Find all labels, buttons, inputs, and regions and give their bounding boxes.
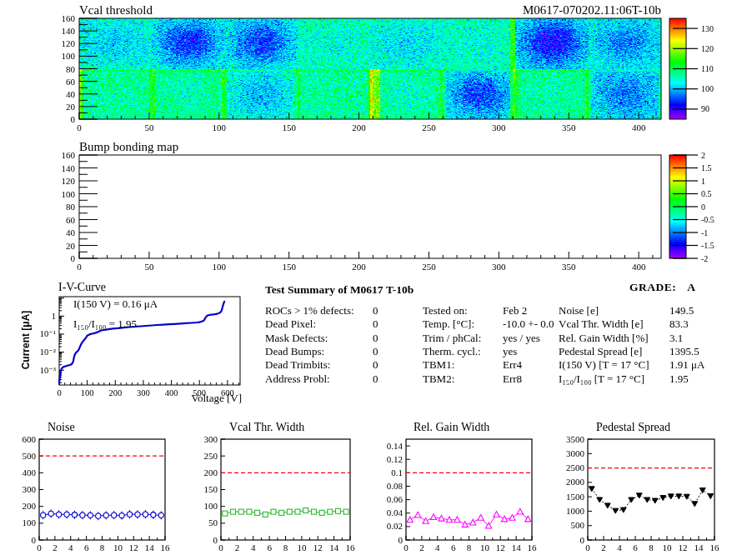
- vcal-map-title: Vcal threshold: [79, 3, 153, 18]
- svg-text:-1: -1: [701, 228, 708, 238]
- svg-text:50: 50: [144, 122, 154, 132]
- svg-text:16: 16: [346, 542, 356, 552]
- defect-value: 0: [373, 372, 379, 386]
- bump-map-title: Bump bonding map: [79, 140, 178, 154]
- result-label: I₁₅₀/I₁₀₀ [T = 17 °C]: [559, 372, 644, 386]
- svg-text:8: 8: [283, 542, 288, 552]
- svg-text:10: 10: [113, 542, 123, 552]
- svg-text:-1.5: -1.5: [701, 241, 714, 250]
- condition-label: TBM1:: [423, 358, 454, 372]
- svg-text:100: 100: [23, 518, 37, 528]
- svg-text:0: 0: [399, 535, 404, 545]
- svg-text:1: 1: [701, 177, 705, 186]
- result-value: 1.95: [669, 372, 689, 386]
- svg-text:10: 10: [480, 542, 490, 552]
- svg-text:100: 100: [213, 122, 227, 132]
- svg-text:4: 4: [251, 542, 256, 552]
- svg-text:150: 150: [282, 262, 296, 272]
- svg-text:0: 0: [701, 202, 705, 212]
- svg-text:150: 150: [282, 122, 296, 132]
- svg-text:150: 150: [204, 484, 218, 494]
- svg-text:0: 0: [32, 535, 37, 545]
- svg-text:250: 250: [422, 122, 436, 132]
- svg-text:50: 50: [144, 262, 154, 272]
- svg-text:600: 600: [23, 434, 37, 444]
- iv-annotation-ratio: I₁₅₀/I₁₀₀ = 1.95: [73, 318, 137, 331]
- svg-text:250: 250: [422, 262, 436, 272]
- svg-text:4: 4: [435, 542, 440, 552]
- svg-text:8: 8: [649, 542, 654, 552]
- module-id-title: M0617-070202.11:06T-10b: [523, 3, 661, 18]
- svg-text:60: 60: [66, 215, 76, 225]
- svg-text:3000: 3000: [566, 448, 585, 458]
- svg-text:2: 2: [601, 542, 606, 552]
- svg-text:0.14: 0.14: [387, 441, 404, 451]
- svg-text:200: 200: [352, 262, 366, 272]
- svg-text:80: 80: [66, 64, 76, 74]
- svg-text:300: 300: [492, 122, 506, 132]
- condition-label: Temp. [°C]:: [423, 318, 474, 331]
- result-value: 149.5: [669, 304, 694, 318]
- condition-label: Therm. cycl.:: [423, 345, 481, 358]
- iv-curve-title: I-V-Curve: [58, 281, 106, 294]
- svg-text:0: 0: [404, 542, 409, 552]
- svg-text:300: 300: [137, 388, 150, 398]
- svg-text:200: 200: [352, 122, 366, 132]
- svg-text:300: 300: [204, 434, 218, 444]
- svg-text:0: 0: [57, 388, 61, 398]
- svg-text:14: 14: [512, 542, 522, 552]
- svg-text:4: 4: [68, 542, 73, 552]
- svg-text:500: 500: [571, 520, 585, 530]
- svg-text:10: 10: [663, 542, 673, 552]
- svg-text:6: 6: [267, 542, 272, 552]
- svg-text:130: 130: [701, 24, 714, 33]
- svg-text:110: 110: [701, 64, 714, 73]
- result-label: Vcal Thr. Width [e]: [559, 318, 644, 331]
- summary-title: Test Summary of M0617: [265, 283, 384, 297]
- svg-text:10⁻³: 10⁻³: [40, 366, 56, 375]
- svg-text:120: 120: [62, 38, 76, 48]
- svg-text:12: 12: [496, 542, 505, 552]
- pedestal-plot-title: Pedestal Spread: [596, 421, 670, 434]
- svg-text:200: 200: [23, 501, 37, 511]
- svg-text:0.1: 0.1: [391, 468, 403, 478]
- defect-value: 0: [373, 318, 379, 331]
- svg-text:6: 6: [451, 542, 456, 552]
- defect-label: ROCs > 1% defects:: [265, 304, 354, 318]
- svg-text:400: 400: [23, 468, 37, 478]
- svg-text:50: 50: [208, 518, 218, 528]
- svg-text:1.5: 1.5: [701, 163, 712, 172]
- svg-text:90: 90: [701, 104, 709, 113]
- svg-text:0: 0: [585, 542, 590, 552]
- svg-text:60: 60: [66, 77, 76, 87]
- svg-text:8: 8: [467, 542, 472, 552]
- svg-text:10: 10: [297, 542, 307, 552]
- svg-text:12: 12: [129, 542, 138, 552]
- svg-text:200: 200: [204, 468, 218, 478]
- svg-text:400: 400: [632, 262, 646, 272]
- grade-label: GRADE:: [629, 281, 676, 293]
- svg-text:6: 6: [633, 542, 638, 552]
- svg-text:10⁻²: 10⁻²: [40, 348, 56, 357]
- svg-text:40: 40: [66, 89, 76, 99]
- iv-y-axis-label: Current [μA]: [20, 296, 32, 384]
- grade-badge: GRADE: A: [629, 281, 695, 294]
- svg-text:-2: -2: [701, 254, 708, 263]
- svg-text:80: 80: [66, 202, 76, 212]
- defect-label: Dead Bumps:: [265, 345, 324, 358]
- iv-x-axis-label: Voltage [V]: [191, 392, 242, 405]
- svg-text:140: 140: [62, 26, 76, 36]
- svg-text:1: 1: [52, 312, 56, 321]
- svg-text:0: 0: [218, 542, 223, 552]
- svg-text:160: 160: [62, 150, 76, 160]
- plots-overlay: 0204060801001201401600501001502002503003…: [0, 0, 747, 560]
- svg-text:0.12: 0.12: [387, 454, 403, 464]
- svg-text:2: 2: [701, 151, 705, 160]
- svg-text:200: 200: [108, 388, 122, 398]
- svg-text:8: 8: [100, 542, 105, 552]
- svg-text:0.5: 0.5: [701, 189, 712, 198]
- svg-text:14: 14: [145, 542, 155, 552]
- result-label: I(150 V) [T = 17 °C]: [559, 358, 649, 372]
- svg-text:100: 100: [701, 84, 714, 93]
- svg-text:300: 300: [492, 262, 506, 272]
